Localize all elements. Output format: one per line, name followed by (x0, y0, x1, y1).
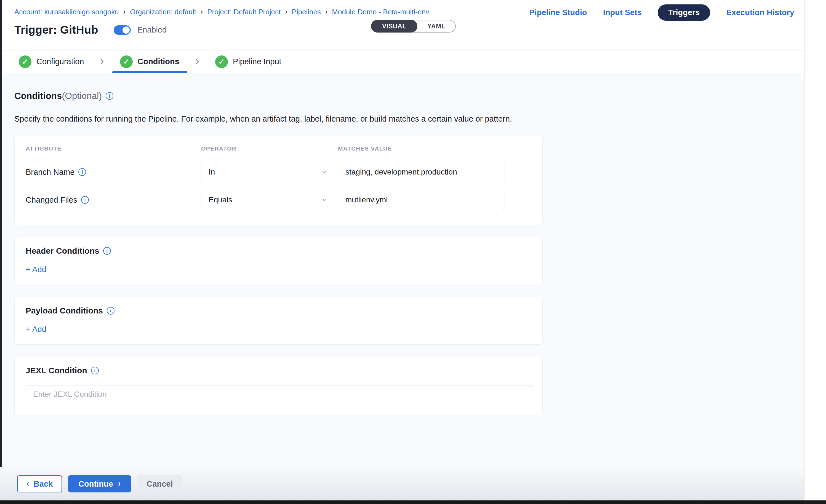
check-circle-icon: ✓ (120, 55, 133, 68)
continue-button-label: Continue (78, 480, 113, 489)
operator-select[interactable]: In ⌄ (201, 163, 334, 181)
info-icon[interactable]: i (81, 196, 89, 204)
breadcrumb-link-project[interactable]: Project: Default Project (207, 8, 281, 16)
pipeline-top-nav: Pipeline Studio Input Sets Triggers Exec… (529, 4, 794, 21)
collapsed-sidebar-edge (0, 0, 2, 467)
step-label: Conditions (138, 57, 179, 66)
chevron-down-icon: ⌄ (321, 194, 328, 202)
section-title-text: Header Conditions (26, 246, 99, 256)
breadcrumb-link-account[interactable]: Account: kurosakiichigo.songoku (14, 8, 119, 16)
chevron-right-icon: › (100, 54, 104, 68)
back-button-label: Back (34, 480, 53, 489)
conditions-panel: Conditions (Optional) i Specify the cond… (0, 73, 804, 467)
step-label: Configuration (37, 57, 84, 66)
table-row: Changed Files i Equals ⌄ (26, 186, 531, 214)
attribute-label: Branch Name i (26, 168, 197, 177)
nav-pipeline-studio[interactable]: Pipeline Studio (529, 8, 587, 17)
cancel-button[interactable]: Cancel (137, 475, 182, 492)
section-title-text: JEXL Condition (26, 366, 87, 375)
conditions-description: Specify the conditions for running the P… (14, 114, 804, 124)
right-side-panel (804, 0, 826, 504)
back-button[interactable]: ‹ Back (17, 475, 62, 492)
cancel-button-label: Cancel (146, 480, 173, 489)
payload-conditions-title: Payload Conditions i (26, 306, 531, 315)
chevron-right-icon: › (123, 8, 125, 16)
operator-select[interactable]: Equals ⌄ (201, 191, 334, 209)
main-column: Account: kurosakiichigo.songoku › Organi… (0, 0, 804, 504)
breadcrumb-link-organization[interactable]: Organization: default (130, 8, 196, 16)
page-header: Account: kurosakiichigo.songoku › Organi… (0, 0, 804, 51)
chevron-right-icon: › (285, 8, 287, 16)
operator-selected-value: In (209, 168, 215, 177)
add-header-condition-button[interactable]: + Add (26, 265, 46, 274)
page-title: Trigger: GitHub (14, 23, 98, 37)
app-root: Account: kurosakiichigo.songoku › Organi… (0, 0, 826, 504)
jexl-condition-title: JEXL Condition i (26, 366, 531, 375)
payload-conditions-card: Payload Conditions i + Add (14, 297, 543, 344)
info-icon[interactable]: i (107, 307, 115, 315)
chevron-down-icon: ⌄ (321, 166, 328, 175)
enabled-toggle[interactable] (114, 25, 131, 35)
attribute-conditions-card: ATTRIBUTE OPERATOR MATCHES VALUE Branch … (14, 136, 543, 225)
toggle-knob (122, 26, 130, 34)
header-conditions-card: Header Conditions i + Add (14, 237, 543, 285)
chevron-right-icon: › (325, 8, 328, 16)
nav-input-sets[interactable]: Input Sets (603, 8, 642, 17)
table-row: Branch Name i In ⌄ (26, 158, 531, 186)
attribute-label: Changed Files i (26, 195, 197, 204)
header-conditions-title: Header Conditions i (26, 246, 531, 256)
step-configuration[interactable]: ✓ Configuration (11, 51, 92, 73)
add-payload-condition-button[interactable]: + Add (26, 325, 46, 334)
conditions-table-header: ATTRIBUTE OPERATOR MATCHES VALUE (26, 145, 531, 158)
info-icon[interactable]: i (78, 168, 86, 176)
step-pipeline-input[interactable]: ✓ Pipeline Input (208, 51, 289, 73)
visual-yaml-toggle: VISUAL YAML (371, 20, 456, 33)
step-conditions[interactable]: ✓ Conditions (112, 51, 187, 73)
info-icon[interactable]: i (91, 367, 99, 374)
column-header-operator: OPERATOR (201, 145, 334, 152)
enabled-label: Enabled (137, 25, 167, 35)
check-circle-icon: ✓ (215, 55, 228, 68)
chevron-left-icon: ‹ (26, 479, 29, 488)
chevron-right-icon: › (195, 54, 199, 68)
matches-value-input[interactable] (338, 163, 505, 181)
conditions-heading-text: Conditions (14, 91, 62, 101)
continue-button[interactable]: Continue › (68, 475, 131, 492)
jexl-condition-card: JEXL Condition i (14, 357, 543, 415)
info-icon[interactable]: i (103, 247, 111, 255)
nav-triggers[interactable]: Triggers (658, 4, 710, 21)
column-header-matches-value: MATCHES VALUE (338, 145, 505, 152)
chevron-right-icon: › (118, 479, 121, 488)
attribute-name: Changed Files (26, 195, 77, 204)
step-label: Pipeline Input (233, 57, 281, 66)
wizard-footer: ‹ Back Continue › Cancel (0, 467, 804, 504)
bottom-screen-edge (0, 500, 826, 504)
info-icon[interactable]: i (106, 92, 113, 100)
check-circle-icon: ✓ (19, 55, 32, 68)
visual-toggle-option[interactable]: VISUAL (371, 20, 417, 33)
nav-execution-history[interactable]: Execution History (726, 8, 794, 17)
breadcrumb-link-pipeline-name[interactable]: Module Demo - Beta-multi-env (332, 8, 429, 16)
section-title-text: Payload Conditions (26, 306, 103, 315)
yaml-toggle-option[interactable]: YAML (417, 20, 455, 32)
column-header-attribute: ATTRIBUTE (26, 145, 197, 152)
matches-value-input[interactable] (338, 191, 505, 209)
jexl-condition-input[interactable] (26, 385, 532, 403)
wizard-steps: ✓ Configuration › ✓ Conditions › ✓ Pipel… (0, 51, 804, 73)
operator-selected-value: Equals (209, 195, 232, 204)
conditions-optional-text: (Optional) (62, 91, 102, 101)
breadcrumb-link-pipelines[interactable]: Pipelines (292, 8, 321, 16)
conditions-heading: Conditions (Optional) i (14, 91, 804, 101)
chevron-right-icon: › (200, 8, 203, 16)
attribute-name: Branch Name (26, 168, 74, 177)
